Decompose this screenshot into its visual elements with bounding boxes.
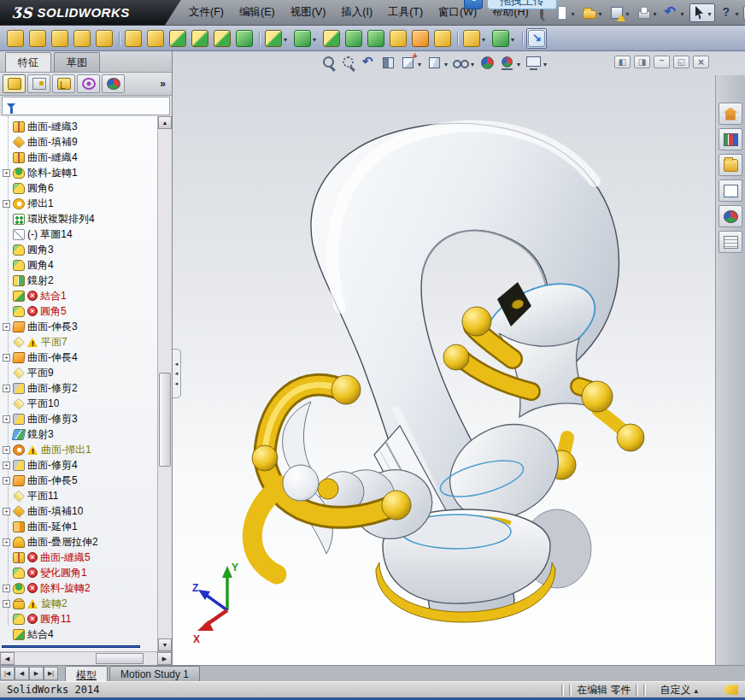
scroll-right-icon[interactable]: ▶ [157,652,172,665]
first-tab-icon[interactable] [0,667,15,680]
menu-item[interactable]: 插入(I) [333,3,380,21]
tree-item[interactable]: 曲面-填補10 [0,503,157,519]
doc-minimize-button[interactable] [654,56,670,68]
tree-item[interactable]: 環狀複製排列4 [0,211,157,226]
standard-tool-button[interactable] [635,3,660,22]
feature-tool-button[interactable] [167,28,188,49]
feature-tool-button[interactable] [432,28,453,49]
standard-tool-button[interactable] [689,3,715,22]
expand-toggle-icon[interactable] [3,538,10,546]
task-pane-button[interactable] [719,103,742,125]
feature-tool-button[interactable] [410,28,431,49]
dropdown-caret-icon[interactable] [469,57,476,69]
collapse-left-pane-icon[interactable] [614,56,631,68]
expand-toggle-icon[interactable] [3,477,10,485]
tree-item[interactable]: (-) 草圖14 [0,226,157,242]
tree-item[interactable]: 曲面-縫織4 [0,150,157,165]
task-pane-button[interactable] [719,179,742,202]
upload-overlay-icon[interactable] [464,0,483,9]
tree-filter-input[interactable] [21,99,172,113]
expand-toggle-icon[interactable] [3,585,10,592]
feature-tool-button[interactable] [526,28,547,49]
tree-horizontal-scrollbar[interactable]: ◀ ▶ [0,651,172,665]
menu-item[interactable]: 视图(V) [283,3,334,21]
expand-toggle-icon[interactable] [3,462,10,469]
view-tool-button[interactable] [498,54,523,72]
tree-item[interactable]: 平面10 [0,396,157,411]
scroll-down-icon[interactable]: ▼ [158,638,172,651]
tree-item[interactable]: 鏡射3 [0,426,157,442]
dropdown-caret-icon[interactable] [311,32,318,44]
view-tool-button[interactable] [320,54,338,72]
tree-item[interactable]: 平面7 [0,334,157,350]
feature-tool-button[interactable] [5,28,26,49]
tree-item[interactable]: 掃出1 [0,196,157,211]
scrollbar-thumb[interactable] [96,653,144,664]
tree-item[interactable]: 圓角4 [0,257,157,273]
expand-toggle-icon[interactable] [3,354,10,362]
tree-item[interactable]: 鏡射2 [0,273,157,288]
task-pane-button[interactable] [719,231,742,253]
feature-tool-button[interactable] [292,28,320,49]
feature-tool-button[interactable] [388,28,408,49]
view-tool-button[interactable] [379,54,397,72]
tree-item[interactable]: 曲面-延伸1 [0,519,157,534]
graphics-area[interactable]: Y Z X [173,51,745,665]
panel-splitter[interactable] [173,349,181,398]
document-tab[interactable]: 模型 [65,666,108,681]
feature-tool-button[interactable] [72,28,92,49]
tree-item[interactable]: 變化圓角1 [0,565,157,580]
tree-item[interactable]: 除料-旋轉1 [0,165,157,180]
scroll-left-icon[interactable]: ◀ [0,652,15,665]
panel-tab[interactable]: 草图 [54,52,100,72]
menu-item[interactable]: 编辑(E) [232,3,283,21]
tree-item[interactable]: 曲面-縫織5 [0,550,157,565]
expand-toggle-icon[interactable] [3,385,10,392]
feature-tool-button[interactable] [366,28,386,49]
doc-close-button[interactable] [693,56,709,68]
tree-item[interactable]: 曲面-伸長4 [0,350,157,365]
standard-tool-button[interactable] [662,3,688,22]
view-tool-button[interactable] [425,54,450,72]
expand-toggle-icon[interactable] [3,323,10,331]
tree-item[interactable]: 曲面-疊層拉伸2 [0,534,157,550]
tree-item[interactable]: 曲面-掃出1 [0,442,157,457]
tree-item[interactable]: 平面9 [0,365,157,380]
more-tabs-chevron-icon[interactable]: » [160,78,169,90]
view-tool-button[interactable] [478,54,496,72]
feature-tool-button[interactable] [490,28,518,49]
feature-tool-button[interactable] [145,28,166,49]
filter-funnel-icon[interactable] [7,103,15,109]
dropdown-caret-icon[interactable] [509,32,516,44]
tree-item[interactable]: 曲面-填補9 [0,134,157,150]
tree-item[interactable]: 曲面-修剪4 [0,457,157,473]
tree-item[interactable]: 結合1 [0,288,157,303]
manager-tab[interactable] [102,74,125,93]
view-tool-button[interactable] [340,54,358,72]
last-tab-icon[interactable] [44,667,58,680]
collapse-right-pane-icon[interactable] [634,56,650,68]
feature-tool-button[interactable] [461,28,489,49]
tree-item[interactable]: 曲面-縫織3 [0,119,157,134]
feature-tool-button[interactable] [234,28,255,49]
task-pane-button[interactable] [719,154,742,176]
feature-tool-button[interactable] [190,28,210,49]
view-tool-button[interactable] [452,54,477,72]
expand-toggle-icon[interactable] [3,600,10,608]
standard-tool-button[interactable] [717,3,742,22]
tree-item[interactable]: 圓角11 [0,611,157,626]
panel-tab[interactable]: 特征 [5,52,51,72]
manager-tab[interactable] [52,74,75,93]
view-tool-button[interactable] [360,54,378,72]
feature-tool-button[interactable] [321,28,342,49]
document-tab[interactable]: Motion Study 1 [109,666,200,681]
dropdown-caret-icon[interactable] [443,57,449,69]
task-pane-button[interactable] [719,205,742,227]
feature-tool-button[interactable] [27,28,48,49]
feature-tool-button[interactable] [212,28,232,49]
dropdown-caret-icon[interactable] [625,7,631,19]
task-pane-button[interactable] [719,128,742,150]
tree-item[interactable]: 曲面-修剪3 [0,411,157,426]
dropdown-caret-icon[interactable] [652,7,659,19]
feature-tool-button[interactable] [50,28,70,49]
